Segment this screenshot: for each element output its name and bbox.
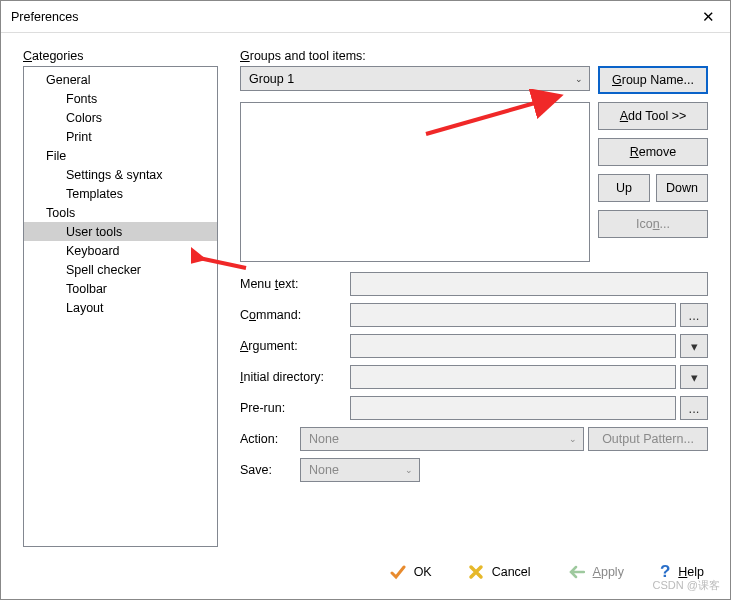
apply-icon — [567, 565, 585, 579]
pre-run-label: Pre-run: — [240, 401, 346, 415]
chevron-down-icon: ⌄ — [575, 74, 583, 84]
ellipsis-icon: ... — [689, 308, 700, 323]
group-select-value: Group 1 — [249, 72, 294, 86]
tree-item-general[interactable]: General — [24, 70, 217, 89]
watermark: CSDN @课客 — [653, 578, 720, 593]
ellipsis-icon: ... — [689, 401, 700, 416]
tree-item-tools[interactable]: Tools — [24, 203, 217, 222]
add-tool-button[interactable]: Add Tool >> — [598, 102, 708, 130]
save-label: Save: — [240, 463, 296, 477]
ok-button[interactable]: OK — [390, 564, 432, 580]
command-browse-button[interactable]: ... — [680, 303, 708, 327]
tree-item-user-tools[interactable]: User tools — [24, 222, 217, 241]
content: Categories GeneralFontsColorsPrintFileSe… — [1, 33, 730, 551]
dropdown-icon: ▾ — [691, 370, 698, 385]
categories-label: Categories — [23, 49, 218, 63]
group-name-button[interactable]: Group Name... — [598, 66, 708, 94]
argument-menu-button[interactable]: ▾ — [680, 334, 708, 358]
argument-label: Argument: — [240, 339, 346, 353]
categories-tree[interactable]: GeneralFontsColorsPrintFileSettings & sy… — [23, 66, 218, 547]
initial-dir-label: Initial directory: — [240, 370, 346, 384]
output-pattern-button[interactable]: Output Pattern... — [588, 427, 708, 451]
apply-button[interactable]: Apply — [567, 565, 624, 579]
pre-run-browse-button[interactable]: ... — [680, 396, 708, 420]
command-input[interactable] — [350, 303, 676, 327]
tree-item-layout[interactable]: Layout — [24, 298, 217, 317]
icon-button[interactable]: Icon... — [598, 210, 708, 238]
groups-label: Groups and tool items: — [240, 49, 708, 63]
window-title: Preferences — [11, 10, 78, 24]
initial-dir-input[interactable] — [350, 365, 676, 389]
tree-item-fonts[interactable]: Fonts — [24, 89, 217, 108]
tool-settings-pane: Groups and tool items: Group 1 ⌄ Group N… — [240, 49, 708, 547]
chevron-down-icon: ⌄ — [405, 465, 413, 475]
cancel-button[interactable]: Cancel — [468, 564, 531, 580]
argument-input[interactable] — [350, 334, 676, 358]
dialog-footer: OK Cancel Apply ? Help — [1, 551, 730, 599]
save-select[interactable]: None ⌄ — [300, 458, 420, 482]
action-select[interactable]: None ⌄ — [300, 427, 584, 451]
tool-items-listbox[interactable] — [240, 102, 590, 262]
close-button[interactable]: ✕ — [686, 1, 730, 32]
cancel-icon — [468, 564, 484, 580]
menu-text-label: Menu text: — [240, 277, 346, 291]
tree-item-templates[interactable]: Templates — [24, 184, 217, 203]
group-select[interactable]: Group 1 ⌄ — [240, 66, 590, 91]
categories-pane: Categories GeneralFontsColorsPrintFileSe… — [23, 49, 218, 547]
titlebar: Preferences ✕ — [1, 1, 730, 33]
tree-item-settings-syntax[interactable]: Settings & syntax — [24, 165, 217, 184]
down-button[interactable]: Down — [656, 174, 708, 202]
tree-item-keyboard[interactable]: Keyboard — [24, 241, 217, 260]
save-select-value: None — [309, 463, 339, 477]
close-icon: ✕ — [702, 8, 715, 26]
preferences-dialog: Preferences ✕ Categories GeneralFontsCol… — [0, 0, 731, 600]
tree-item-print[interactable]: Print — [24, 127, 217, 146]
tree-item-spell-checker[interactable]: Spell checker — [24, 260, 217, 279]
action-select-value: None — [309, 432, 339, 446]
categories-label-text: ategories — [32, 49, 83, 63]
menu-text-input[interactable] — [350, 272, 708, 296]
initial-dir-menu-button[interactable]: ▾ — [680, 365, 708, 389]
pre-run-input[interactable] — [350, 396, 676, 420]
tree-item-toolbar[interactable]: Toolbar — [24, 279, 217, 298]
check-icon — [390, 564, 406, 580]
chevron-down-icon: ⌄ — [569, 434, 577, 444]
remove-button[interactable]: Remove — [598, 138, 708, 166]
tree-item-colors[interactable]: Colors — [24, 108, 217, 127]
action-label: Action: — [240, 432, 296, 446]
command-label: Command: — [240, 308, 346, 322]
up-button[interactable]: Up — [598, 174, 650, 202]
tree-item-file[interactable]: File — [24, 146, 217, 165]
dropdown-icon: ▾ — [691, 339, 698, 354]
